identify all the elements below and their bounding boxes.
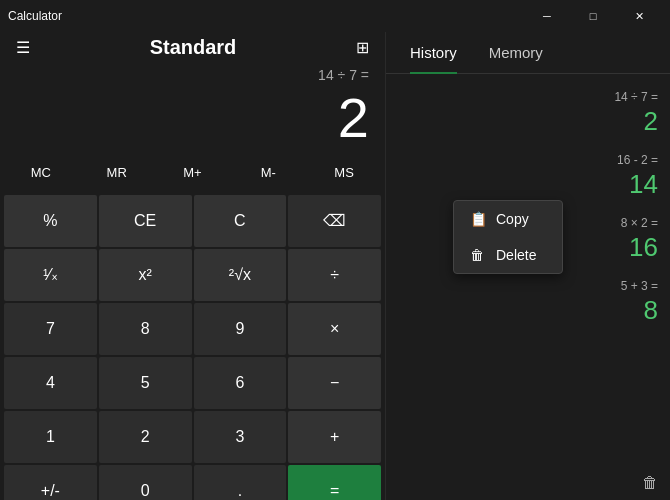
calc-btn-multiply[interactable]: ×: [288, 303, 381, 355]
history-value: 8: [398, 295, 658, 326]
app-title: Calculator: [8, 9, 62, 23]
history-item[interactable]: 14 ÷ 7 =2: [386, 82, 670, 145]
calculator-area: ☰ Standard ⊞ 14 ÷ 7 = 2 MCMRM+M-MS %CEC⌫…: [0, 32, 670, 500]
calc-btn-1[interactable]: 1: [4, 411, 97, 463]
calc-btn-square[interactable]: x²: [99, 249, 192, 301]
tab-history[interactable]: History: [394, 32, 473, 73]
calc-btn-9[interactable]: 9: [194, 303, 287, 355]
context-menu-delete[interactable]: 🗑Delete: [454, 237, 562, 273]
memory-ms-button[interactable]: MS: [307, 155, 381, 191]
close-button[interactable]: ✕: [616, 0, 662, 32]
layout-icon[interactable]: ⊞: [356, 38, 369, 57]
memory-mr-button[interactable]: MR: [80, 155, 154, 191]
calc-btn-plusminus[interactable]: +/-: [4, 465, 97, 500]
buttons-grid: %CEC⌫¹⁄ₓx²²√x÷789×456−123++/-0.=: [0, 193, 385, 500]
history-expr: 16 - 2 =: [398, 153, 658, 167]
calc-btn-0[interactable]: 0: [99, 465, 192, 500]
calc-btn-percent[interactable]: %: [4, 195, 97, 247]
context-menu: 📋Copy🗑Delete: [453, 200, 563, 274]
calc-btn-4[interactable]: 4: [4, 357, 97, 409]
hamburger-icon[interactable]: ☰: [16, 38, 30, 57]
minimize-button[interactable]: ─: [524, 0, 570, 32]
context-menu-delete-label: Delete: [496, 247, 536, 263]
calc-btn-c[interactable]: C: [194, 195, 287, 247]
copy-icon: 📋: [470, 211, 486, 227]
calc-header: ☰ Standard ⊞: [0, 32, 385, 59]
display-expression: 14 ÷ 7 =: [16, 67, 369, 87]
calc-btn-backspace[interactable]: ⌫: [288, 195, 381, 247]
title-bar-controls: ─ □ ✕: [524, 0, 662, 32]
calc-btn-divide[interactable]: ÷: [288, 249, 381, 301]
history-value: 2: [398, 106, 658, 137]
memory-mc-button[interactable]: MC: [4, 155, 78, 191]
left-panel: ☰ Standard ⊞ 14 ÷ 7 = 2 MCMRM+M-MS %CEC⌫…: [0, 32, 385, 500]
memory-row: MCMRM+M-MS: [0, 153, 385, 193]
history-footer: 🗑: [386, 466, 670, 500]
calc-btn-7[interactable]: 7: [4, 303, 97, 355]
calc-btn-6[interactable]: 6: [194, 357, 287, 409]
memory-mminus-button[interactable]: M-: [231, 155, 305, 191]
calc-btn-2[interactable]: 2: [99, 411, 192, 463]
maximize-button[interactable]: □: [570, 0, 616, 32]
title-bar-left: Calculator: [8, 9, 62, 23]
calc-btn-equals[interactable]: =: [288, 465, 381, 500]
context-menu-copy[interactable]: 📋Copy: [454, 201, 562, 237]
calc-btn-add[interactable]: +: [288, 411, 381, 463]
context-menu-copy-label: Copy: [496, 211, 529, 227]
calc-btn-decimal[interactable]: .: [194, 465, 287, 500]
calc-btn-sqrt[interactable]: ²√x: [194, 249, 287, 301]
calc-btn-8[interactable]: 8: [99, 303, 192, 355]
history-item[interactable]: 5 + 3 =8: [386, 271, 670, 334]
history-expr: 5 + 3 =: [398, 279, 658, 293]
delete-icon: 🗑: [470, 247, 486, 263]
title-bar: Calculator ─ □ ✕: [0, 0, 670, 32]
history-value: 14: [398, 169, 658, 200]
clear-history-button[interactable]: 🗑: [642, 474, 658, 492]
calc-title: Standard: [150, 36, 237, 59]
history-item[interactable]: 16 - 2 =14: [386, 145, 670, 208]
tab-memory[interactable]: Memory: [473, 32, 559, 73]
display-result: 2: [16, 87, 369, 149]
memory-mplus-button[interactable]: M+: [156, 155, 230, 191]
calc-btn-inv[interactable]: ¹⁄ₓ: [4, 249, 97, 301]
calc-btn-ce[interactable]: CE: [99, 195, 192, 247]
display-area: 14 ÷ 7 = 2: [0, 67, 385, 149]
calc-btn-3[interactable]: 3: [194, 411, 287, 463]
history-expr: 14 ÷ 7 =: [398, 90, 658, 104]
calc-btn-5[interactable]: 5: [99, 357, 192, 409]
calc-btn-subtract[interactable]: −: [288, 357, 381, 409]
tabs-row: HistoryMemory: [386, 32, 670, 74]
